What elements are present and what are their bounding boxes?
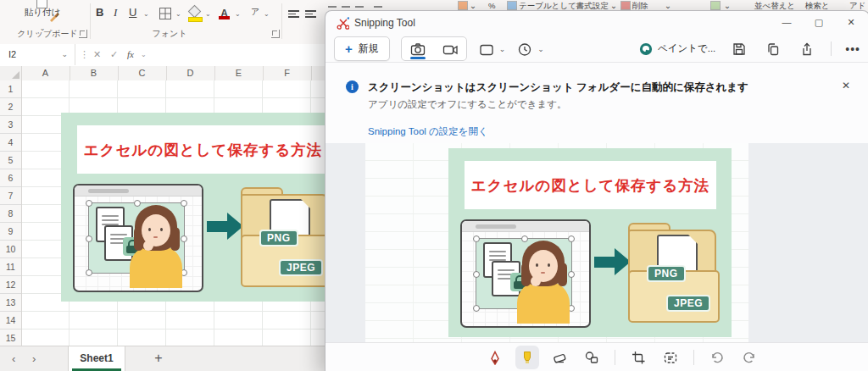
edit-in-paint-button[interactable]: ペイントで... — [639, 42, 715, 56]
artwork-title-banner: エクセルの図として保存する方法 — [465, 161, 716, 209]
mock-window-titlebar — [75, 186, 202, 197]
bold-button[interactable]: B — [96, 6, 103, 19]
autosave-info-banner: i スクリーンショットはスクリーンショット フォルダーに自動的に保存されます ア… — [326, 63, 868, 143]
redo-button[interactable] — [737, 346, 761, 369]
italic-button[interactable]: I — [114, 6, 117, 19]
new-snip-button[interactable]: + 新規 — [334, 36, 390, 61]
row-header[interactable]: 15 — [0, 329, 21, 347]
select-all-corner[interactable] — [0, 66, 22, 80]
copy-button[interactable] — [763, 39, 783, 59]
snip-shape-dropdown[interactable]: ⌄ — [478, 41, 506, 58]
font-color-icon[interactable]: A — [218, 5, 231, 20]
jpeg-badge: JPEG — [666, 295, 710, 312]
chevron-icon: ⌄ — [470, 1, 476, 10]
video-camera-icon — [442, 41, 459, 58]
delete-button[interactable]: 削除 — [632, 1, 648, 10]
row-header[interactable]: 12 — [0, 276, 21, 294]
row-header[interactable]: 11 — [0, 258, 21, 276]
addins-button[interactable]: アド — [849, 1, 865, 10]
screenshot-mode-button[interactable] — [402, 37, 434, 60]
snipping-title-bar[interactable]: Snipping Tool — ▢ ✕ — [326, 11, 868, 35]
next-sheet-button[interactable]: › — [32, 346, 36, 371]
fill-color-icon[interactable] — [188, 7, 201, 20]
highlighter-button[interactable] — [515, 346, 539, 369]
row-header[interactable]: 7 — [0, 187, 21, 205]
column-header[interactable]: F — [263, 66, 312, 80]
excel-embedded-picture[interactable]: エクセルの図として保存する方法 PNG J — [61, 113, 344, 302]
chevron-icon: ⌄ — [610, 1, 617, 10]
banner-title: スクリーンショットはスクリーンショット フォルダーに自動的に保存されます — [368, 80, 748, 95]
eraser-button[interactable] — [548, 346, 571, 369]
save-button[interactable] — [729, 39, 749, 59]
underline-button[interactable]: U — [129, 6, 136, 19]
clipboard-dialog-launcher[interactable] — [79, 30, 87, 38]
artwork-title-banner: エクセルの図として保存する方法 — [77, 125, 329, 174]
enter-icon[interactable]: ✓ — [110, 44, 118, 65]
phonetic-chevron-icon[interactable]: ⌄ — [264, 10, 270, 18]
artwork-mock-window — [460, 219, 591, 328]
sheet-tab-active[interactable]: Sheet1 — [68, 346, 125, 371]
close-button[interactable]: ✕ — [835, 11, 867, 35]
column-header[interactable]: A — [21, 66, 70, 80]
rectangle-mode-icon — [478, 41, 495, 58]
toolbar-divider — [615, 350, 615, 365]
cancel-icon[interactable]: ✕ — [93, 44, 101, 65]
row-header[interactable]: 1 — [0, 80, 21, 98]
delay-timer-dropdown[interactable]: ⌄ — [516, 41, 544, 58]
ballpoint-pen-button[interactable] — [483, 346, 507, 369]
maximize-button[interactable]: ▢ — [803, 11, 835, 35]
row-header[interactable]: 6 — [0, 169, 21, 187]
png-badge: PNG — [259, 230, 298, 246]
banner-close-icon[interactable]: ✕ — [842, 80, 850, 91]
font-color-chevron-icon[interactable]: ⌄ — [235, 10, 241, 18]
share-button[interactable] — [797, 39, 817, 59]
annotation-toolbar — [326, 342, 868, 371]
eraser-icon — [552, 350, 567, 365]
snip-preview-canvas: エクセルの図として保存する方法 — [326, 143, 868, 342]
divider-dots-icon: ⋮ — [80, 44, 89, 65]
snipping-toolbar: + 新規 ⌄ — [326, 35, 868, 63]
column-header[interactable]: E — [214, 66, 264, 80]
open-settings-link[interactable]: Snipping Tool の設定を開く — [368, 125, 488, 138]
video-mode-button[interactable] — [434, 37, 466, 60]
row-header[interactable]: 2 — [0, 98, 21, 116]
row-header[interactable]: 10 — [0, 241, 21, 258]
row-header[interactable]: 4 — [0, 134, 21, 152]
align-left-icon[interactable] — [288, 10, 299, 19]
column-header[interactable]: D — [166, 66, 215, 80]
column-header[interactable]: C — [118, 66, 167, 80]
row-header[interactable]: 3 — [0, 116, 21, 134]
undo-button[interactable] — [705, 346, 729, 369]
name-box[interactable]: I2 ⌄ — [0, 44, 75, 65]
fill-down-icon — [710, 1, 721, 10]
fill-color-chevron-icon[interactable]: ⌄ — [205, 10, 211, 18]
phonetic-guide-button[interactable]: ア — [251, 6, 259, 18]
format-as-table-button[interactable]: テーブルとして書式設定 — [519, 1, 609, 10]
chevron-down-icon: ⌄ — [499, 45, 506, 53]
row-header[interactable]: 14 — [0, 312, 21, 329]
delete-cells-icon — [620, 1, 631, 10]
insert-function-icon[interactable]: fx — [127, 44, 134, 65]
row-header[interactable]: 9 — [0, 223, 21, 241]
percent-fragment[interactable]: % — [488, 1, 495, 10]
row-header[interactable]: 8 — [0, 205, 21, 223]
prev-sheet-button[interactable]: ‹ — [12, 346, 15, 371]
borders-chevron-icon[interactable]: ⌄ — [175, 10, 181, 18]
underline-chevron-icon[interactable]: ⌄ — [143, 10, 149, 18]
shapes-button[interactable] — [580, 346, 604, 369]
font-dialog-launcher[interactable] — [271, 30, 280, 38]
column-header[interactable]: B — [70, 66, 119, 80]
text-actions-button[interactable] — [659, 346, 682, 369]
align-center-icon[interactable] — [305, 10, 316, 19]
crop-button[interactable] — [626, 346, 650, 369]
sort-filter-button[interactable]: 並べ替えと — [754, 1, 795, 10]
borders-icon[interactable] — [159, 8, 171, 23]
add-sheet-button[interactable]: + — [146, 346, 171, 371]
find-select-button[interactable]: 検索と — [805, 1, 830, 10]
row-header[interactable]: 13 — [0, 294, 21, 312]
pen-icon — [487, 350, 503, 365]
more-options-button[interactable]: ••• — [845, 45, 860, 53]
minimize-button[interactable]: — — [771, 11, 803, 35]
row-header[interactable]: 5 — [0, 152, 21, 169]
snipping-tool-logo-icon — [337, 17, 349, 33]
